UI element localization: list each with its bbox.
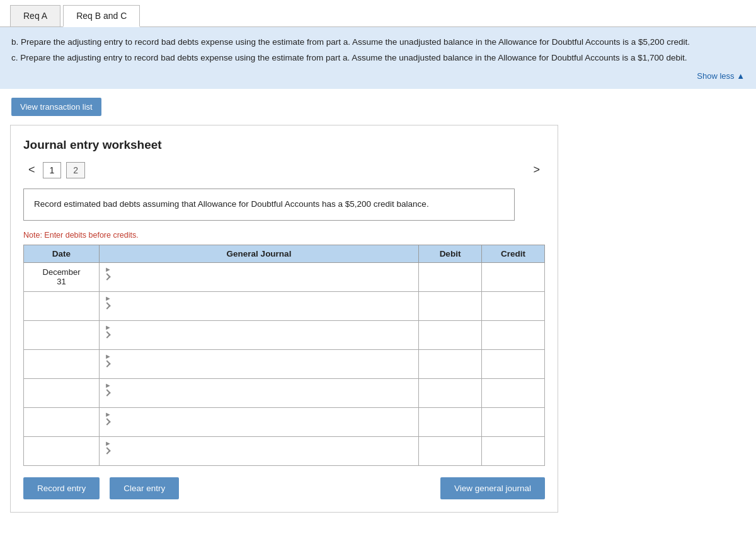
credit-input-2[interactable] <box>487 298 539 314</box>
table-row: ► <box>24 436 545 465</box>
debit-cell-2[interactable] <box>419 291 482 320</box>
table-row: December31 ► <box>24 262 545 291</box>
debit-cell-5[interactable] <box>419 378 482 407</box>
journal-cell-3[interactable]: ► <box>100 320 419 349</box>
debit-cell-1[interactable] <box>419 262 482 291</box>
credit-input-5[interactable] <box>487 385 539 401</box>
credit-cell-3[interactable] <box>482 320 545 349</box>
journal-input-3[interactable] <box>105 332 413 348</box>
debit-cell-6[interactable] <box>419 407 482 436</box>
credit-input-7[interactable] <box>487 443 539 459</box>
table-row: ► <box>24 349 545 378</box>
debit-cell-3[interactable] <box>419 320 482 349</box>
credit-input-1[interactable] <box>487 269 539 285</box>
view-transaction-button[interactable]: View transaction list <box>11 98 101 116</box>
journal-cell-5[interactable]: ► <box>100 378 419 407</box>
debit-cell-4[interactable] <box>419 349 482 378</box>
journal-input-1[interactable] <box>105 274 413 290</box>
record-entry-button[interactable]: Record entry <box>23 477 100 499</box>
debit-input-3[interactable] <box>424 327 476 343</box>
debit-input-4[interactable] <box>424 356 476 372</box>
credit-cell-4[interactable] <box>482 349 545 378</box>
debit-input-6[interactable] <box>424 414 476 430</box>
credit-cell-1[interactable] <box>482 262 545 291</box>
col-credit: Credit <box>482 245 545 262</box>
clear-entry-button[interactable]: Clear entry <box>110 477 179 499</box>
credit-input-3[interactable] <box>487 327 539 343</box>
row-marker: ► <box>105 410 112 418</box>
instructions-box: b. Prepare the adjusting entry to record… <box>0 27 756 89</box>
table-row: ► <box>24 320 545 349</box>
row-marker: ► <box>105 323 112 331</box>
prev-page-arrow[interactable]: < <box>23 162 40 178</box>
date-cell-2 <box>24 291 100 320</box>
credit-input-6[interactable] <box>487 414 539 430</box>
row-marker: ► <box>105 381 112 389</box>
journal-input-5[interactable] <box>105 390 413 406</box>
journal-input-7[interactable] <box>105 448 413 464</box>
credit-cell-5[interactable] <box>482 378 545 407</box>
debit-input-1[interactable] <box>424 269 476 285</box>
date-cell-5 <box>24 378 100 407</box>
instruction-part-b: b. Prepare the adjusting entry to record… <box>11 36 745 49</box>
debit-input-7[interactable] <box>424 443 476 459</box>
col-general-journal: General Journal <box>100 245 419 262</box>
date-cell-7 <box>24 436 100 465</box>
date-cell-3 <box>24 320 100 349</box>
date-cell-6 <box>24 407 100 436</box>
table-row: ► <box>24 378 545 407</box>
credit-cell-6[interactable] <box>482 407 545 436</box>
debit-cell-7[interactable] <box>419 436 482 465</box>
credit-input-4[interactable] <box>487 356 539 372</box>
worksheet-title: Journal entry worksheet <box>23 138 545 152</box>
journal-cell-1[interactable]: ► <box>100 262 419 291</box>
journal-input-6[interactable] <box>105 419 413 435</box>
date-cell-1: December31 <box>24 262 100 291</box>
journal-cell-6[interactable]: ► <box>100 407 419 436</box>
row-marker: ► <box>105 294 112 302</box>
debit-input-2[interactable] <box>424 298 476 314</box>
journal-cell-4[interactable]: ► <box>100 349 419 378</box>
next-page-arrow[interactable]: > <box>528 162 545 178</box>
debit-input-5[interactable] <box>424 385 476 401</box>
tab-req-b-c[interactable]: Req B and C <box>63 5 140 27</box>
note-text: Note: Enter debits before credits. <box>23 231 545 240</box>
instruction-part-c: c. Prepare the adjusting entry to record… <box>11 52 745 65</box>
journal-input-4[interactable] <box>105 361 413 377</box>
table-row: ► <box>24 407 545 436</box>
journal-cell-2[interactable]: ► <box>100 291 419 320</box>
tab-req-a[interactable]: Req A <box>10 5 60 26</box>
journal-cell-7[interactable]: ► <box>100 436 419 465</box>
table-row: ► <box>24 291 545 320</box>
description-box: Record estimated bad debts assuming that… <box>23 189 515 221</box>
page-2[interactable]: 2 <box>66 162 85 178</box>
credit-cell-7[interactable] <box>482 436 545 465</box>
row-marker: ► <box>105 439 112 447</box>
journal-table: Date General Journal Debit Credit Decemb… <box>23 245 545 466</box>
date-cell-4 <box>24 349 100 378</box>
tabs-bar: Req A Req B and C <box>0 5 756 27</box>
row-marker: ► <box>105 352 112 360</box>
buttons-row: Record entry Clear entry View general jo… <box>23 477 545 499</box>
row-marker: ► <box>105 265 112 273</box>
pagination: < 1 2 > <box>23 162 545 178</box>
page-1[interactable]: 1 <box>43 162 62 178</box>
worksheet-container: Journal entry worksheet < 1 2 > Record e… <box>10 125 558 513</box>
journal-input-2[interactable] <box>105 303 413 319</box>
col-debit: Debit <box>419 245 482 262</box>
show-less-button[interactable]: Show less ▲ <box>11 67 745 83</box>
view-general-journal-button[interactable]: View general journal <box>440 477 545 499</box>
col-date: Date <box>24 245 100 262</box>
credit-cell-2[interactable] <box>482 291 545 320</box>
